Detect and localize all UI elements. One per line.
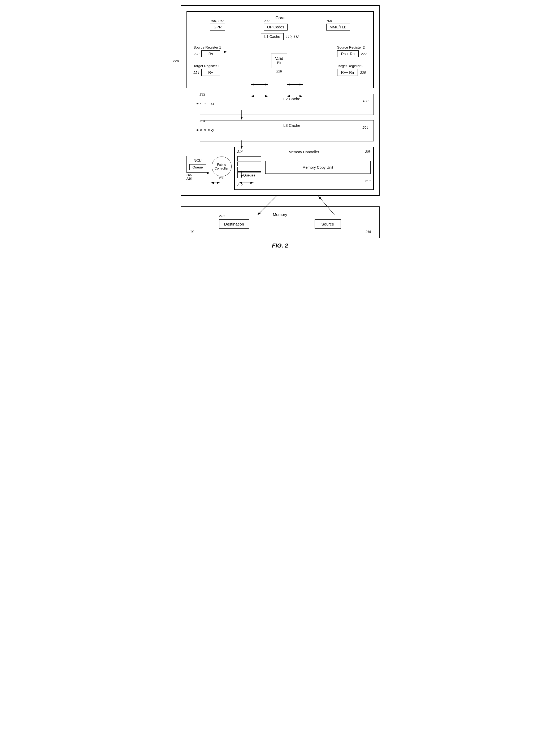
l3cache-section: 234 Queue L3 Cache 204 xyxy=(187,120,374,141)
l1cache-box: L1 Cache xyxy=(261,33,284,40)
ref-212: 212 xyxy=(237,183,371,187)
gpr-container: 190, 192 GPR xyxy=(210,24,225,31)
l1cache-ref: 110, 112 xyxy=(286,33,299,40)
memory-title: Memory xyxy=(187,212,374,217)
ref-204: 204 xyxy=(363,126,368,129)
l3-queue-box: Queue xyxy=(200,120,210,141)
ref-102: 102 xyxy=(189,230,194,234)
ncu-queue: Queue xyxy=(189,164,206,170)
gpr-ref: 190, 192 xyxy=(210,19,224,23)
l3-cache-label: L3 Cache xyxy=(283,123,300,128)
ref-228: 228 xyxy=(276,69,282,73)
mmutlb-ref: 105 xyxy=(326,19,332,23)
opcodes-container: 202 OP Codes xyxy=(264,24,288,31)
target-reg1-label: Target Register 1 xyxy=(194,64,221,68)
valid-bit-box: Valid Bit xyxy=(271,54,287,68)
ref-210: 210 xyxy=(237,180,371,183)
ref-214: 214 xyxy=(237,150,243,154)
ref-236: 236 xyxy=(187,177,209,181)
ref-226: 226 xyxy=(360,71,366,74)
destination-container: 218 Destination xyxy=(219,219,249,229)
core-top-row: 190, 192 GPR 202 OP Codes 105 MMU/TLB xyxy=(191,24,369,31)
ref-232: 232 xyxy=(200,92,206,96)
l2cache-section: 232 Queue L2 Cache 108 xyxy=(187,94,374,115)
right-regs: Source Register 2 Rs + Rn 222 Target Reg… xyxy=(337,45,367,76)
source-container: Source xyxy=(315,219,341,229)
target-reg1-container: Target Register 1 224 R+ xyxy=(194,64,221,76)
mc-title: Memory Controller xyxy=(289,150,319,154)
ncu-label: NCU xyxy=(189,158,206,163)
rpp-rn-box: R++ Rn xyxy=(337,69,358,76)
l2-queue-box: Queue xyxy=(200,94,210,115)
ref-206: 206 xyxy=(187,173,209,177)
queues-label: Queues xyxy=(237,172,261,178)
mmutlb-box: MMU/TLB xyxy=(326,24,350,31)
valid-bit-label: Valid xyxy=(275,57,283,61)
fabric-circle: FabricController xyxy=(212,157,232,176)
l2-cache-main: L2 Cache xyxy=(210,94,374,115)
ncu-container: NCU Queue 206 236 xyxy=(187,156,209,181)
fabric-label: FabricController xyxy=(215,163,228,170)
fabric-container: FabricController 230 xyxy=(212,157,232,180)
ref-224: 224 xyxy=(194,71,199,74)
rs-rn-box: Rs + Rn xyxy=(337,51,359,57)
left-regs: Source Register 1 220 Rs Target Register… xyxy=(194,45,221,76)
valid-bit-label2: Bit xyxy=(275,61,283,65)
l1cache-row: L1 Cache 110, 112 xyxy=(191,33,369,40)
ref-234: 234 xyxy=(200,119,206,123)
memory-controller-box: 214 Memory Controller 208 Queues xyxy=(234,147,374,190)
ref-218: 218 xyxy=(219,214,224,218)
gpr-box: GPR xyxy=(210,24,225,31)
target-reg2-label: Target Register 2 xyxy=(337,64,367,68)
ref-108: 108 xyxy=(363,99,368,103)
figure-title: FIG. 2 xyxy=(180,242,380,249)
mmutlb-container: 105 MMU/TLB xyxy=(326,24,350,31)
opcodes-ref: 202 xyxy=(264,19,269,23)
l2-cache-label: L2 Cache xyxy=(283,97,300,101)
valid-bit-container: Valid Bit 228 xyxy=(271,54,287,68)
ref-220-left: 220 xyxy=(173,59,179,63)
ref-220b: 220 xyxy=(194,52,199,56)
mcu-box: Memory Copy Unit xyxy=(265,161,371,174)
source-reg1-container: Source Register 1 220 Rs xyxy=(194,45,221,57)
opcodes-box: OP Codes xyxy=(264,24,288,31)
rs-box: Rs xyxy=(201,51,220,57)
ref-222: 222 xyxy=(361,52,367,56)
target-reg2-container: Target Register 2 R++ Rn 226 xyxy=(337,64,367,76)
ncu-box: NCU Queue xyxy=(187,156,209,173)
ref-208: 208 xyxy=(365,150,370,154)
source-box: Source xyxy=(315,219,341,229)
r-plus-box: R+ xyxy=(201,69,220,76)
l3-cache-main: L3 Cache xyxy=(210,120,374,141)
ref-216: 216 xyxy=(366,230,371,234)
memory-section: Memory 218 Destination Source 102 216 xyxy=(180,206,380,238)
bottom-section: NCU Queue 206 236 FabricController 230 xyxy=(187,147,374,190)
core-box: Core 190, 192 GPR 202 OP Codes 105 MMU/T… xyxy=(187,11,374,88)
ref-230: 230 xyxy=(212,176,232,180)
destination-box: Destination xyxy=(219,219,249,229)
source-reg2-container: Source Register 2 Rs + Rn 222 xyxy=(337,45,367,57)
source-reg1-label: Source Register 1 xyxy=(194,45,221,50)
queues-stack: Queues xyxy=(237,156,261,178)
source-reg2-label: Source Register 2 xyxy=(337,45,367,50)
